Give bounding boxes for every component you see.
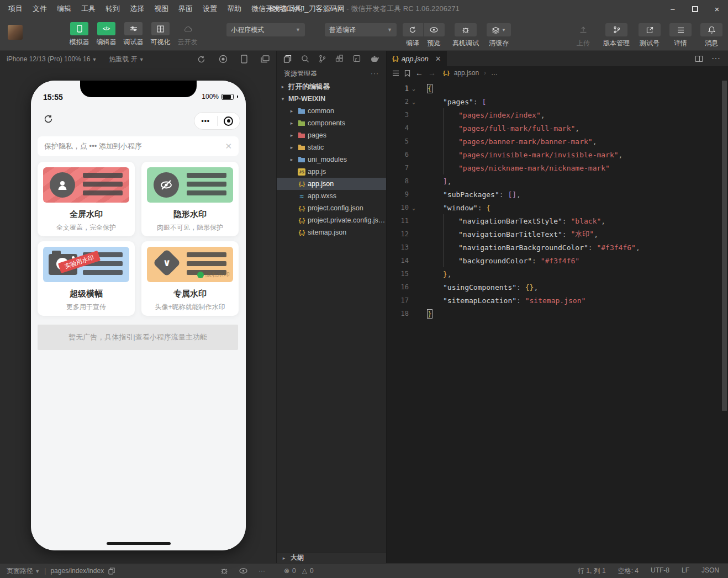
card-full-watermark[interactable]: 全屏水印 全文覆盖，完全保护 [38,162,135,236]
menu-item[interactable]: 项目 [3,0,28,18]
fold-icon[interactable]: ⌄ [409,205,419,211]
test-account-button[interactable] [639,23,661,36]
eol-setting[interactable]: LF [682,566,689,576]
bookmark-icon[interactable] [404,70,410,77]
indent-setting[interactable]: 空格: 4 [618,566,639,576]
split-editor-icon[interactable] [695,56,703,62]
npm-box-icon[interactable] [353,55,361,62]
tree-item[interactable]: {..}project.private.config.js… [277,214,386,226]
code-line[interactable]: 7"pages/nickname-mark/nickname-mark" [387,161,728,174]
breadcrumb-more[interactable]: … [491,69,498,77]
tab-app-json[interactable]: {..} app.json ✕ [387,51,447,66]
code-line[interactable]: 14"backgroundColor": "#f3f4f6" [387,254,728,267]
clear-cache-button[interactable]: ▼ [487,23,511,36]
card-exclusive-watermark[interactable]: ∨ 隐私水印 专属水印 头像+昵称就能制作水印 [141,241,239,316]
remote-debug-button[interactable] [455,23,477,36]
fold-icon[interactable]: ⌄ [409,99,419,105]
close-tab-icon[interactable]: ✕ [435,55,441,63]
simulator-toggle-button[interactable]: 模拟器 [66,22,93,47]
close-icon[interactable]: ✕ [225,141,232,151]
code-line[interactable]: 17"sitemapLocation": "sitemap.json" [387,294,728,307]
tree-item[interactable]: ▸common [277,105,386,117]
menu-item[interactable]: 帮助 [222,0,246,18]
close-miniprogram-button[interactable] [218,116,240,126]
editor-more-button[interactable]: ··· [711,54,720,63]
tree-item[interactable]: JSapp.js [277,166,386,178]
code-line[interactable]: 1⌄{ [387,82,728,95]
maximize-button[interactable] [684,0,706,18]
code-line[interactable]: 16"usingComponents": {}, [387,280,728,294]
mode-select[interactable]: 小程序模式 ▼ [226,23,305,36]
code-line[interactable]: 8], [387,174,728,188]
editor-scrollbar[interactable] [722,81,727,411]
code-line[interactable]: 9"subPackages": [], [387,188,728,201]
more-menu-button[interactable]: ••• [194,117,217,125]
outline-section[interactable]: ▸大纲 [277,552,386,563]
code-line[interactable]: 18} [387,307,728,320]
menu-item[interactable]: 设置 [198,0,222,18]
debugger-toggle-button[interactable]: 调试器 [120,22,147,47]
language-mode[interactable]: JSON [701,566,719,576]
more-icon[interactable]: ··· [259,567,265,575]
project-root-section[interactable]: ▾MP-WEIXIN [277,93,386,105]
device-select[interactable]: iPhone 12/13 (Pro) 100% 16▼ [7,55,97,63]
code-line[interactable]: 5"pages/banner-mark/banner-mark", [387,135,728,148]
code-line[interactable]: 11"navigationBarTextStyle": "black", [387,214,728,227]
search-icon[interactable] [301,55,309,63]
tree-item[interactable]: {..}project.config.json [277,202,386,214]
open-editors-section[interactable]: ▸打开的编辑器 [277,81,386,93]
menu-item[interactable]: 文件 [28,0,52,18]
eye-icon[interactable] [239,568,247,574]
back-icon[interactable]: ← [415,68,423,77]
cloud-dev-button[interactable]: 云开发 [174,22,201,47]
code-line[interactable]: 15}, [387,267,728,280]
debug-icon[interactable] [220,567,228,575]
explorer-more-button[interactable]: ··· [371,70,379,77]
multi-window-icon[interactable] [261,55,270,63]
forward-icon[interactable]: → [428,68,436,77]
code-line[interactable]: 2⌄"pages": [ [387,95,728,108]
compile-mode-select[interactable]: 普通编译 ▼ [325,23,397,36]
preview-button[interactable] [424,23,445,36]
code-area[interactable]: 1⌄{2⌄"pages": [3"pages/index/index",4"pa… [387,79,728,320]
code-line[interactable]: 13"navigationBarBackgroundColor": "#f3f4… [387,241,728,254]
card-invisible-watermark[interactable]: 隐形水印 肉眼不可见，隐形保护 [141,162,239,236]
cursor-position[interactable]: 行 1, 列 1 [578,566,606,576]
tree-item[interactable]: ▸components [277,117,386,129]
menu-item[interactable]: 工具 [76,0,101,18]
record-icon[interactable] [219,55,228,63]
tree-item[interactable]: {..}app.json [277,178,386,190]
visual-toggle-button[interactable]: 可视化 [147,22,174,47]
page-path-selector[interactable]: 页面路径 ▼ [7,566,40,576]
menu-item[interactable]: 选择 [125,0,149,18]
tree-item[interactable]: ≈app.wxss [277,190,386,202]
version-manage-button[interactable] [605,23,627,36]
menu-item[interactable]: 视图 [149,0,173,18]
encoding[interactable]: UTF-8 [651,566,669,576]
copy-icon[interactable] [108,568,115,575]
user-avatar[interactable] [8,25,23,40]
teapot-icon[interactable] [370,55,379,62]
compile-button[interactable] [403,23,424,36]
messages-button[interactable] [700,23,722,36]
tree-item[interactable]: ▸static [277,141,386,153]
git-icon[interactable] [319,55,326,63]
close-button[interactable]: × [706,0,728,18]
tree-item[interactable]: ▸uni_modules [277,153,386,166]
menu-item[interactable]: 编辑 [52,0,76,18]
menu-item[interactable]: 微信开发者工具 [246,0,307,18]
menu-item[interactable]: 界面 [173,0,198,18]
editor-toggle-button[interactable]: </> 编辑器 [93,22,120,47]
fold-icon[interactable]: ⌄ [409,86,419,92]
details-button[interactable] [669,23,692,36]
code-line[interactable]: 12"navigationBarTitleText": "水印", [387,227,728,241]
code-line[interactable]: 10⌄"window": { [387,201,728,214]
tree-item[interactable]: ▸pages [277,129,386,141]
card-super-banner[interactable]: 实验用水印 超级横幅 更多用于宣传 [38,241,135,316]
extensions-icon[interactable] [335,55,344,63]
tree-item[interactable]: {..}sitemap.json [277,226,386,238]
page-refresh-icon[interactable] [43,114,54,124]
device-frame-icon[interactable] [241,55,247,63]
code-line[interactable]: 6"pages/invisible-mark/invisible-mark", [387,148,728,161]
code-line[interactable]: 4"pages/full-mark/full-mark", [387,121,728,135]
